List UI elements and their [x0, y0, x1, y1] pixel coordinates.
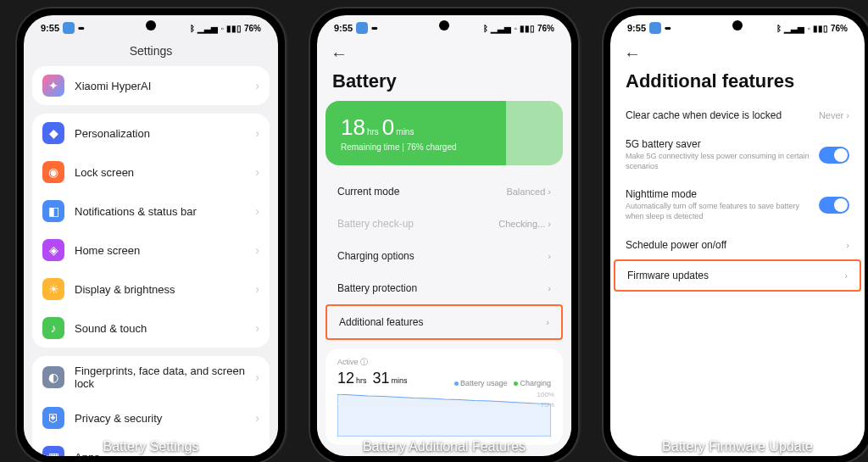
chevron-right-icon: › [844, 270, 848, 281]
row-label: Apps [75, 451, 255, 457]
more-icon: ••• [665, 23, 670, 33]
chevron-right-icon: › [255, 282, 259, 296]
status-battery-pct: 76% [244, 24, 261, 33]
status-battery-pct: 76% [831, 24, 848, 33]
wifi-icon: ◦ [807, 24, 810, 33]
chevron-right-icon: › [846, 240, 849, 250]
row-icon: ☀ [42, 278, 64, 300]
chevron-right-icon: › [255, 79, 259, 92]
settings-row[interactable]: ◐Fingerprints, face data, and screen loc… [32, 356, 270, 398]
row-label: Home screen [75, 244, 255, 257]
feature-row[interactable]: 5G battery saverMake 5G connectivity les… [614, 130, 861, 180]
row-label: Additional features [339, 316, 423, 328]
battery-tile[interactable]: 18hrs0mins Remaining time | 76% charged [326, 101, 563, 165]
row-value: › [844, 270, 848, 281]
row-icon: ⛨ [42, 407, 64, 429]
signal-icon: ▁▃▅ [491, 24, 511, 33]
status-time: 9:55 [627, 23, 646, 33]
row-label: Battery check-up [337, 218, 414, 230]
page-title: Additional features [624, 70, 851, 92]
row-label: Display & brightness [75, 283, 255, 296]
feature-row[interactable]: Nighttime modeAutomatically turn off som… [614, 180, 861, 230]
wifi-icon: ◦ [514, 24, 517, 33]
battery-row[interactable]: Charging options › [326, 240, 563, 272]
status-battery-pct: 76% [537, 24, 554, 33]
camera-notch [439, 20, 449, 31]
message-icon [649, 22, 661, 34]
message-icon [356, 22, 368, 34]
signal-icon: ▁▃▅ [198, 24, 218, 33]
hyperai-icon: ✦ [48, 79, 58, 92]
row-value: › [548, 283, 551, 293]
battery-row[interactable]: Additional features › [326, 304, 563, 340]
legend-dot-charging [514, 381, 518, 386]
settings-row[interactable]: ◧Notifications & status bar› [32, 192, 270, 231]
page-title: Settings [37, 44, 264, 58]
row-label: Current mode [337, 186, 399, 198]
back-button[interactable]: ← [624, 44, 851, 64]
row-subtitle: Make 5G connectivity less power consumin… [626, 152, 819, 171]
camera-notch [732, 20, 743, 31]
row-icon: ▦ [42, 446, 64, 456]
battery-row[interactable]: Current modeBalanced › [326, 175, 563, 208]
row-icon: ◐ [42, 366, 64, 388]
feature-row[interactable]: Firmware updates › [614, 259, 861, 292]
row-title: 5G battery saver [626, 138, 819, 150]
chevron-right-icon: › [255, 321, 259, 335]
row-title: Nighttime mode [626, 188, 819, 200]
chart-legend: Battery usage Charging [454, 379, 551, 387]
phone-battery: 9:55••• ᛒ▁▃▅◦▮▮▯76% ← Battery 18hrs0mins… [310, 8, 578, 462]
bluetooth-icon: ᛒ [483, 24, 488, 33]
chevron-right-icon: › [255, 450, 259, 456]
bluetooth-icon: ᛒ [190, 24, 195, 33]
settings-row[interactable]: ◉Lock screen› [32, 153, 270, 192]
chart-card[interactable]: Active ⓘ 12hrs 31mins Battery usage Char… [326, 348, 563, 445]
row-label: Personalization [75, 127, 255, 140]
row-value: Balanced › [506, 186, 551, 197]
bluetooth-icon: ᛒ [776, 24, 782, 33]
y-tick-100: 100% [537, 391, 554, 398]
phone-additional: 9:55••• ᛒ▁▃▅◦▮▮▯76% ← Additional feature… [604, 8, 868, 462]
row-label: Xiaomi HyperAI [75, 80, 255, 92]
feature-row[interactable]: Schedule power on/off › [614, 231, 861, 259]
settings-row[interactable]: ▦Apps› [32, 437, 270, 456]
legend-dot-battery [454, 381, 459, 386]
chart-label: Active ⓘ [337, 357, 551, 368]
camera-notch [146, 20, 156, 31]
row-hyperai[interactable]: ✦ Xiaomi HyperAI › [32, 66, 270, 105]
settings-row[interactable]: ◈Home screen› [32, 231, 270, 270]
row-label: Charging options [337, 250, 415, 262]
feature-row[interactable]: Clear cache when device is lockedNever › [614, 101, 861, 130]
row-value: › [546, 317, 549, 327]
row-icon: ◈ [42, 239, 64, 261]
battery-chart: 100% 75% [337, 394, 551, 437]
row-value: › [846, 240, 849, 250]
battery-icon: ▮▮▯ [520, 24, 535, 33]
y-tick-75: 75% [541, 401, 554, 409]
battery-icon: ▮▮▯ [813, 24, 828, 33]
row-label: Lock screen [75, 166, 255, 179]
settings-row[interactable]: ♪Sound & touch› [32, 309, 270, 348]
row-label: Notifications & status bar [75, 205, 255, 218]
battery-row[interactable]: Battery protection › [326, 272, 563, 304]
row-label: Battery protection [337, 282, 417, 294]
settings-row[interactable]: ◆Personalization› [32, 114, 270, 153]
wifi-icon: ◦ [220, 24, 224, 33]
active-time: 12hrs 31mins [337, 370, 409, 387]
row-label: Fingerprints, face data, and screen lock [75, 365, 255, 390]
remaining-time: 18hrs0mins [341, 114, 548, 141]
row-value: › [548, 251, 551, 261]
status-time: 9:55 [41, 23, 59, 33]
settings-row[interactable]: ⛨Privacy & security› [32, 398, 270, 437]
chevron-right-icon: › [846, 110, 849, 120]
remaining-subtitle: Remaining time | 76% charged [341, 142, 548, 152]
row-value: Never › [819, 110, 849, 120]
settings-row[interactable]: ☀Display & brightness› [32, 270, 270, 309]
more-icon: ••• [78, 23, 83, 33]
back-button[interactable]: ← [331, 44, 558, 64]
signal-icon: ▁▃▅ [784, 24, 804, 33]
toggle-switch[interactable] [819, 147, 849, 164]
row-title: Clear cache when device is locked [626, 109, 819, 121]
battery-row[interactable]: Battery check-upChecking... › [326, 208, 563, 240]
toggle-switch[interactable] [819, 197, 849, 214]
